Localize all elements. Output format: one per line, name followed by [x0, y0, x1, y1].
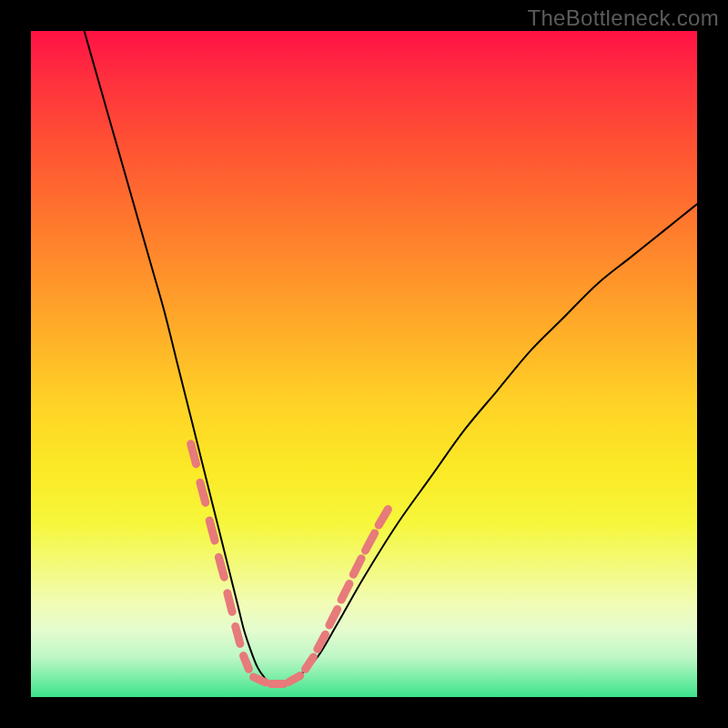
chart-gradient-background — [31, 31, 697, 697]
watermark-text: TheBottleneck.com — [527, 5, 719, 31]
